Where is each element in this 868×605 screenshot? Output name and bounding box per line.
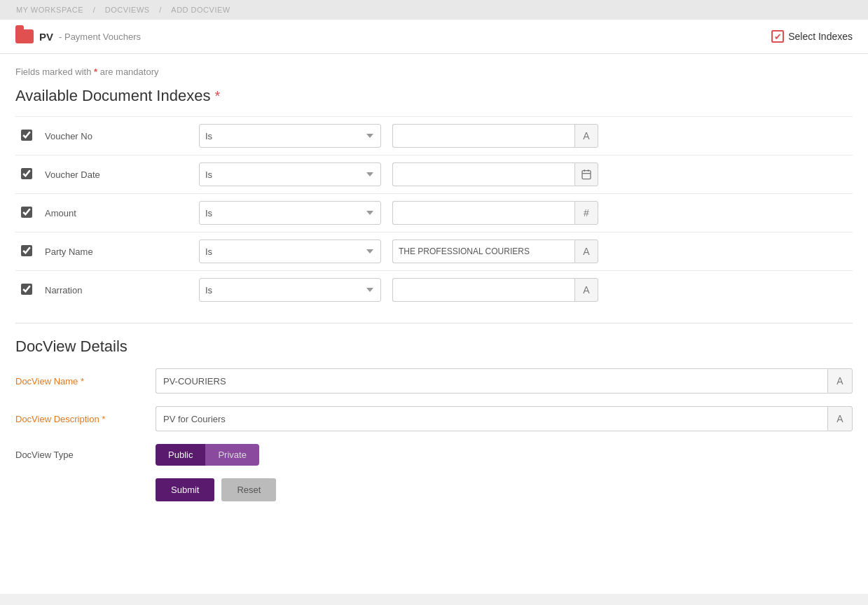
breadcrumb-item-docviews[interactable]: DOCVIEWS bbox=[105, 6, 150, 14]
field-name-voucher-no: Voucher No bbox=[39, 117, 193, 155]
mandatory-note: Fields marked with * are mandatory bbox=[15, 67, 853, 77]
docview-name-label: DocView Name * bbox=[15, 376, 156, 387]
docview-description-addon: A bbox=[827, 406, 853, 431]
value-input-voucher-no[interactable] bbox=[392, 124, 574, 148]
indexes-section-title: Available Document Indexes * bbox=[15, 87, 853, 105]
checkbox-voucher-no[interactable] bbox=[21, 130, 32, 141]
table-row: Party NameIsIs NotContainsStarts WithEnd… bbox=[15, 232, 853, 271]
page-header: PV - Payment Vouchers ✔ Select Indexes bbox=[0, 20, 868, 54]
docview-name-row: DocView Name * A bbox=[15, 368, 853, 394]
value-wrapper-amount: # bbox=[392, 201, 847, 225]
operator-select-narration[interactable]: IsIs NotContainsStarts WithEnds With bbox=[199, 278, 381, 302]
value-wrapper-voucher-no: A bbox=[392, 124, 847, 148]
table-row: Voucher DateIsIs NotBeforeAfterBetween bbox=[15, 155, 853, 194]
value-input-voucher-date[interactable] bbox=[392, 162, 574, 186]
docview-description-input-wrapper: A bbox=[156, 406, 853, 431]
table-row: AmountIsIs NotGreater ThanLess ThanBetwe… bbox=[15, 194, 853, 232]
value-addon-narration[interactable]: A bbox=[574, 278, 598, 302]
checkbox-party-name[interactable] bbox=[21, 245, 32, 256]
breadcrumb-item-add: ADD DOCVIEW bbox=[171, 6, 230, 14]
breadcrumb-item-workspace[interactable]: MY WORKSPACE bbox=[16, 6, 83, 14]
value-wrapper-voucher-date bbox=[392, 162, 847, 186]
value-addon-voucher-no[interactable]: A bbox=[574, 124, 598, 148]
section-divider bbox=[15, 323, 853, 324]
checkbox-narration[interactable] bbox=[21, 284, 32, 295]
type-btn-private[interactable]: Private bbox=[205, 444, 259, 466]
field-name-voucher-date: Voucher Date bbox=[39, 155, 193, 194]
docview-type-label: DocView Type bbox=[15, 450, 156, 460]
docview-type-toggle: PublicPrivate bbox=[156, 444, 259, 466]
docview-section-title: DocView Details bbox=[15, 338, 853, 356]
pv-description: - Payment Vouchers bbox=[59, 32, 141, 42]
operator-select-voucher-date[interactable]: IsIs NotBeforeAfterBetween bbox=[199, 162, 381, 186]
table-row: NarrationIsIs NotContainsStarts WithEnds… bbox=[15, 271, 853, 310]
breadcrumb-separator-1: / bbox=[93, 6, 98, 14]
type-btn-public[interactable]: Public bbox=[156, 444, 205, 466]
operator-select-party-name[interactable]: IsIs NotContainsStarts WithEnds With bbox=[199, 239, 381, 263]
value-wrapper-narration: A bbox=[392, 278, 847, 302]
field-name-narration: Narration bbox=[39, 271, 193, 310]
reset-button[interactable]: Reset bbox=[221, 478, 276, 501]
docview-name-addon: A bbox=[827, 368, 853, 394]
value-addon-party-name[interactable]: A bbox=[574, 239, 598, 263]
folder-title-group: PV - Payment Vouchers bbox=[15, 29, 141, 43]
pv-code: PV bbox=[39, 31, 53, 43]
value-input-amount[interactable] bbox=[392, 201, 574, 225]
value-input-party-name[interactable] bbox=[392, 239, 574, 263]
docview-description-row: DocView Description * A bbox=[15, 406, 853, 431]
docview-name-input[interactable] bbox=[156, 368, 827, 394]
breadcrumb-separator-2: / bbox=[159, 6, 164, 14]
submit-button[interactable]: Submit bbox=[156, 478, 214, 501]
select-indexes-checkbox-icon: ✔ bbox=[771, 30, 784, 43]
docview-type-row: DocView Type PublicPrivate bbox=[15, 444, 853, 466]
docview-description-input[interactable] bbox=[156, 406, 827, 431]
docview-name-input-wrapper: A bbox=[156, 368, 853, 394]
operator-select-amount[interactable]: IsIs NotGreater ThanLess ThanBetween bbox=[199, 201, 381, 225]
svg-rect-0 bbox=[582, 171, 591, 179]
action-row: Submit Reset bbox=[156, 478, 853, 501]
checkbox-amount[interactable] bbox=[21, 207, 32, 218]
breadcrumb-bar: MY WORKSPACE / DOCVIEWS / ADD DOCVIEW bbox=[0, 0, 868, 20]
folder-icon bbox=[15, 29, 34, 43]
value-wrapper-party-name: A bbox=[392, 239, 847, 263]
field-name-party-name: Party Name bbox=[39, 232, 193, 271]
content-area: Fields marked with * are mandatory Avail… bbox=[0, 54, 868, 514]
docview-description-label: DocView Description * bbox=[15, 414, 156, 424]
indexes-required-star: * bbox=[214, 88, 220, 104]
select-indexes-button[interactable]: ✔ Select Indexes bbox=[771, 30, 853, 43]
indexes-table: Voucher NoIsIs NotContainsStarts WithEnd… bbox=[15, 116, 853, 309]
checkbox-voucher-date[interactable] bbox=[21, 168, 32, 179]
value-addon-voucher-date[interactable] bbox=[574, 162, 598, 186]
select-indexes-label: Select Indexes bbox=[788, 31, 853, 42]
table-row: Voucher NoIsIs NotContainsStarts WithEnd… bbox=[15, 117, 853, 155]
value-input-narration[interactable] bbox=[392, 278, 574, 302]
value-addon-amount[interactable]: # bbox=[574, 201, 598, 225]
operator-select-voucher-no[interactable]: IsIs NotContainsStarts WithEnds With bbox=[199, 124, 381, 148]
field-name-amount: Amount bbox=[39, 194, 193, 232]
